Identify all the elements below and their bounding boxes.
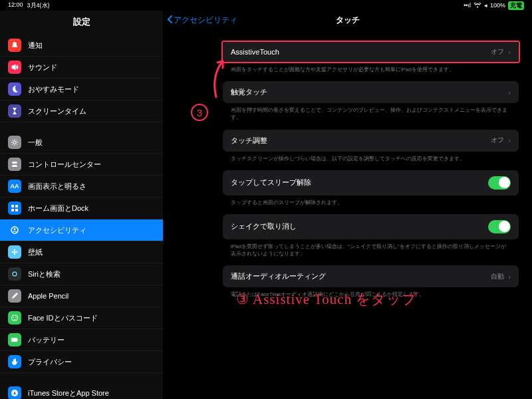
sidebar-item-label: Face IDとパスコード — [28, 313, 98, 323]
sidebar-item-battery[interactable]: バッテリー — [0, 329, 163, 351]
svg-rect-5 — [11, 209, 14, 211]
svg-point-10 — [14, 249, 16, 251]
page-title: タッチ — [336, 15, 360, 26]
sidebar-item-AA[interactable]: AA画面表示と明るさ — [0, 176, 163, 198]
sidebar-item-face[interactable]: Face IDとパスコード — [0, 307, 163, 329]
sidebar-item-label: Siriと検索 — [28, 269, 61, 279]
AA-icon: AA — [8, 180, 21, 193]
toggle-switch[interactable] — [488, 220, 511, 233]
row-label: シェイクで取り消し — [231, 221, 297, 231]
battery-pct: 100% — [490, 2, 505, 9]
back-button[interactable]: アクセシビリティ — [163, 15, 237, 26]
svg-point-13 — [16, 251, 18, 253]
row-value: オフ — [491, 136, 504, 145]
chevron-right-icon: › — [508, 88, 511, 96]
svg-rect-19 — [11, 338, 17, 342]
wifi-icon — [473, 2, 481, 9]
bell-icon — [8, 39, 21, 52]
chevron-right-icon: › — [508, 48, 511, 56]
sidebar-item-label: コントロールセンター — [28, 160, 101, 170]
row-description: 画面を押す時間の長さを変えることで、コンテンツのプレビュー、操作、およびコンテク… — [223, 103, 519, 129]
hand-icon — [8, 355, 21, 368]
sidebar-item-label: 画面表示と明るさ — [28, 182, 86, 192]
settings-row[interactable]: 通話オーディオルーティング自動› — [223, 265, 519, 287]
svg-point-11 — [14, 253, 16, 255]
row-description: タップすると画面のスリープが解除されます。 — [223, 196, 519, 214]
sidebar-item-label: サウンド — [28, 63, 57, 72]
battery-badge: 充電 — [508, 1, 524, 10]
switches-icon — [8, 158, 21, 171]
row-label: 触覚タッチ — [231, 87, 267, 97]
nav-bar: アクセシビリティ タッチ — [163, 11, 532, 29]
sidebar-item-label: iTunes StoreとApp Store — [28, 388, 109, 398]
settings-row[interactable]: 触覚タッチ› — [223, 81, 519, 103]
row-value: オフ — [491, 47, 504, 57]
hourglass-icon — [8, 104, 21, 118]
sidebar-item-grid[interactable]: ホーム画面とDock — [0, 198, 163, 219]
sidebar-item-label: バッテリー — [28, 335, 65, 345]
sidebar-item-pencil[interactable]: Apple Pencil — [0, 285, 163, 307]
svg-point-9 — [14, 251, 16, 253]
face-icon — [8, 311, 21, 325]
gear-icon — [8, 136, 21, 149]
svg-rect-6 — [15, 209, 18, 211]
row-description: タッチスクリーンが操作しづらい場合は、以下の設定を調整してタッチへの反応を変更で… — [223, 152, 519, 170]
chevron-right-icon: › — [508, 136, 511, 144]
sound-icon — [8, 61, 21, 74]
settings-row[interactable]: シェイクで取り消し — [223, 214, 519, 239]
row-description: iPadを意図せず振ってしまうことが多い場合は、"シェイクで取り消し"をオフにす… — [223, 239, 519, 265]
row-label: AssistiveTouch — [231, 48, 279, 56]
row-label: タッチ調整 — [231, 136, 267, 146]
sidebar-item-label: 一般 — [28, 138, 43, 148]
row-label: 通話オーディオルーティング — [231, 271, 326, 281]
chevron-right-icon: › — [508, 273, 511, 281]
siri-icon — [8, 267, 21, 281]
battery-icon — [8, 333, 21, 346]
svg-point-17 — [13, 317, 14, 317]
flower-icon — [8, 245, 21, 259]
moon-icon — [8, 82, 21, 96]
content-pane: アクセシビリティ タッチ AssistiveTouchオフ›画面をタッチすること… — [163, 11, 532, 399]
sidebar-item-moon[interactable]: おやすみモード — [0, 78, 163, 100]
grid-icon — [8, 201, 21, 215]
settings-row[interactable]: AssistiveTouchオフ› — [223, 41, 519, 63]
sidebar-item-appstore[interactable]: iTunes StoreとApp Store — [0, 382, 163, 399]
row-value: 自動 — [491, 272, 504, 281]
svg-point-0 — [13, 141, 16, 144]
appstore-icon — [8, 386, 21, 399]
svg-rect-2 — [12, 165, 17, 167]
sidebar-item-label: Apple Pencil — [28, 292, 68, 300]
sidebar-item-flower[interactable]: 壁紙 — [0, 241, 163, 263]
svg-point-12 — [12, 251, 14, 253]
sidebar-item-siri[interactable]: Siriと検索 — [0, 263, 163, 285]
sidebar-item-label: プライバシー — [28, 357, 72, 367]
sidebar-title: 設定 — [0, 11, 163, 35]
settings-row[interactable]: タッチ調整オフ› — [223, 130, 519, 152]
back-label: アクセシビリティ — [174, 15, 237, 26]
location-icon: ◂ — [484, 2, 487, 9]
signal-icon: ••ıl — [464, 2, 471, 9]
chevron-left-icon — [167, 15, 172, 25]
sidebar-item-hand[interactable]: プライバシー — [0, 351, 163, 373]
svg-rect-20 — [17, 339, 18, 340]
person-icon — [8, 223, 21, 237]
sidebar-item-hourglass[interactable]: スクリーンタイム — [0, 100, 163, 122]
sidebar-item-label: ホーム画面とDock — [28, 203, 88, 213]
sidebar-item-person[interactable]: アクセシビリティ — [0, 219, 163, 241]
sidebar-item-label: おやすみモード — [28, 84, 79, 94]
settings-row[interactable]: タップしてスリープ解除 — [223, 170, 519, 196]
svg-rect-1 — [12, 162, 17, 164]
sidebar-item-sound[interactable]: サウンド — [0, 57, 163, 78]
status-bar: 12:00 3月4(水) ••ıl ◂ 100% 充電 — [0, 0, 532, 11]
sidebar-item-label: スクリーンタイム — [28, 106, 86, 116]
sidebar-item-gear[interactable]: 一般 — [0, 132, 163, 154]
sidebar-item-label: 壁紙 — [28, 247, 43, 257]
toggle-switch[interactable] — [488, 176, 511, 190]
pencil-icon — [8, 289, 21, 303]
sidebar-item-label: 通知 — [28, 41, 43, 51]
sidebar-item-bell[interactable]: 通知 — [0, 35, 163, 57]
status-date: 3月4(水) — [27, 1, 50, 10]
sidebar-item-switches[interactable]: コントロールセンター — [0, 154, 163, 176]
svg-rect-3 — [11, 205, 14, 207]
status-time: 12:00 — [8, 1, 23, 10]
